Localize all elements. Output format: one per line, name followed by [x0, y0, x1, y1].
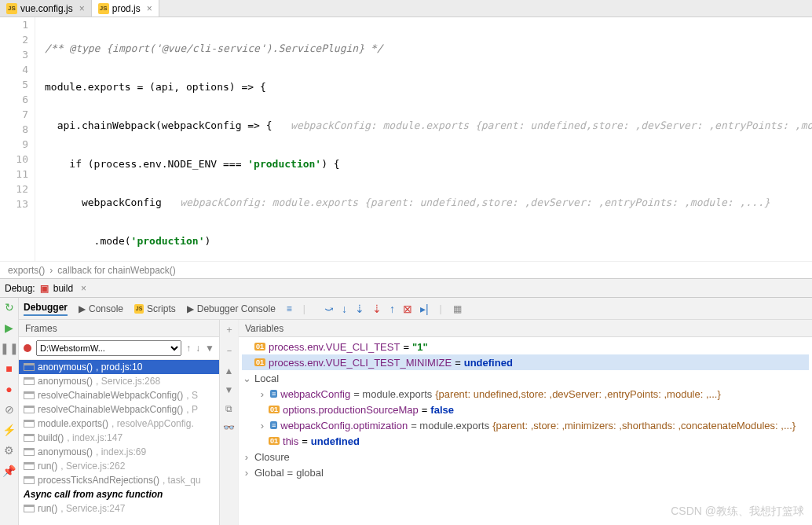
debug-sidebar: ↻ ▶ ❚❚ ■ ● ⊘ ⚡ ⚙ 📌	[0, 298, 19, 525]
debug-panel: ↻ ▶ ❚❚ ■ ● ⊘ ⚡ ⚙ 📌 Debugger ▶ Console JS…	[0, 297, 812, 525]
filter-icon[interactable]: ▼	[205, 343, 214, 354]
frame-row[interactable]: resolveChainableWebpackConfig(), P	[19, 402, 219, 417]
close-icon[interactable]: ×	[147, 3, 152, 14]
add-watch-icon[interactable]: ＋	[225, 323, 234, 336]
up-icon[interactable]: ▲	[225, 365, 234, 376]
rerun-icon[interactable]: ↻	[3, 301, 16, 314]
js-icon: JS	[98, 3, 109, 14]
frame-row[interactable]: processTicksAndRejections(), task_qu	[19, 473, 219, 487]
thread-selector[interactable]: D:\WebstormW...	[36, 340, 181, 356]
close-icon[interactable]: ×	[81, 283, 86, 294]
frames-panel: Frames D:\WebstormW... ↑ ↓ ▼ anonymous()…	[19, 320, 220, 525]
frames-header: Frames	[19, 320, 219, 337]
mute-bp-icon[interactable]: ⊘	[3, 403, 16, 416]
tab-vue-config[interactable]: JSvue.config.js×	[0, 0, 92, 17]
step-out-icon[interactable]: ↑	[390, 303, 395, 315]
drop-frame-icon[interactable]: ⊠	[403, 303, 412, 315]
down-icon[interactable]: ▼	[225, 384, 234, 395]
debug-toolwindow-header: Debug: ▣ build ×	[0, 278, 812, 297]
settings-icon[interactable]: ⚙	[3, 444, 16, 457]
breakpoint-icon: 10	[0, 152, 28, 167]
lightning-icon[interactable]: ⚡	[3, 424, 16, 436]
pin-icon[interactable]: 📌	[3, 464, 16, 477]
force-step-icon[interactable]: ⇣	[372, 303, 382, 315]
step-over-icon[interactable]: ⤻	[324, 303, 334, 315]
pause-icon[interactable]: ❚❚	[3, 342, 16, 354]
editor-tabs: JSvue.config.js× JSprod.js×	[0, 0, 812, 17]
frame-row[interactable]: run(), Service.js:247	[19, 501, 219, 516]
frame-row[interactable]: resolveChainableWebpackConfig(), S	[19, 388, 219, 402]
next-frame-icon[interactable]: ↓	[196, 343, 200, 354]
code-area[interactable]: /** @type {import('@vue/cli-service').Se…	[45, 17, 812, 261]
tab-prod-js[interactable]: JSprod.js×	[92, 0, 159, 17]
thread-status-icon	[24, 344, 31, 352]
calculator-icon[interactable]: ▦	[453, 303, 462, 314]
js-icon: JS	[6, 3, 17, 14]
layout-icon[interactable]: ≡	[287, 303, 292, 314]
tab-debugger[interactable]: Debugger	[24, 302, 68, 316]
frame-row[interactable]: build(), index.js:147	[19, 431, 219, 445]
fold-gutter	[35, 17, 45, 261]
async-separator: Async call from async function	[19, 487, 219, 501]
gutter: 12345678910111213	[0, 17, 35, 261]
watermark: CSDN @教练、我想打篮球	[671, 505, 804, 519]
glasses-icon[interactable]: 👓	[223, 422, 235, 433]
variables-panel: ＋ － ▲ ▼ ⧉ 👓 Variables 01process.env.VUE_…	[220, 320, 812, 525]
variables-header: Variables	[239, 320, 812, 337]
tab-scripts[interactable]: JSScripts	[134, 303, 176, 314]
variables-tree[interactable]: 01process.env.VUE_CLI_TEST = "1" 01proce…	[239, 337, 812, 525]
close-icon[interactable]: ×	[79, 3, 85, 14]
frame-row[interactable]: run(), Service.js:262	[19, 459, 219, 473]
frame-row[interactable]: module.exports(), resolveAppConfig.	[19, 417, 219, 431]
debug-tabs: Debugger ▶ Console JSScripts ▶ Debugger …	[19, 298, 812, 320]
breadcrumb[interactable]: exports()›callback for chainWebpack()	[0, 261, 812, 278]
tab-console[interactable]: ▶ Console	[79, 303, 123, 314]
prev-frame-icon[interactable]: ↑	[186, 343, 191, 354]
copy-icon[interactable]: ⧉	[225, 403, 232, 414]
frame-row[interactable]: anonymous(), index.js:69	[19, 445, 219, 459]
breakpoints-icon[interactable]: ●	[3, 383, 16, 395]
step-into-my-icon[interactable]: ⇣	[355, 303, 364, 315]
stop-icon[interactable]: ■	[3, 362, 16, 375]
tab-debugger-console[interactable]: ▶ Debugger Console	[187, 303, 276, 314]
frames-list[interactable]: anonymous(), prod.js:10 anonymous(), Ser…	[19, 360, 219, 525]
run-to-cursor-icon[interactable]: ▸|	[420, 303, 429, 315]
code-editor[interactable]: 12345678910111213 /** @type {import('@vu…	[0, 17, 812, 261]
step-into-icon[interactable]: ↓	[342, 303, 347, 315]
resume-icon[interactable]: ▶	[3, 321, 16, 334]
frame-row[interactable]: anonymous(), Service.js:268	[19, 374, 219, 388]
remove-watch-icon[interactable]: －	[225, 344, 234, 358]
frame-row[interactable]: anonymous(), prod.js:10	[19, 360, 219, 374]
stop-build-icon[interactable]: ▣	[40, 283, 49, 294]
vars-tools: ＋ － ▲ ▼ ⧉ 👓	[220, 320, 239, 525]
